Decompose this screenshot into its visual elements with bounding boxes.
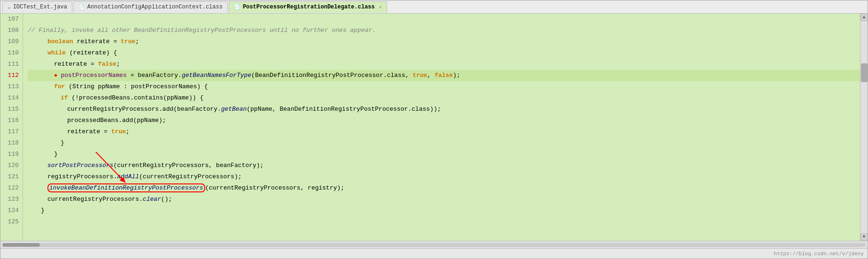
tab-tab2[interactable]: 📄AnnotationConfigApplicationContext.clas… [73,1,228,13]
line-number-114: 114 [0,92,23,104]
code-line-110: while (reiterate) { [28,47,860,59]
line-number-109: 109 [0,36,23,47]
editor-main: 1071081091101111121131141151161171181191… [0,14,868,241]
line-number-124: 124 [0,205,23,216]
token: true [121,38,135,45]
token: ; [116,61,120,68]
line-numbers: 1071081091101111121131141151161171181191… [0,14,23,241]
line-number-123: 123 [0,194,23,205]
line-number-108: 108 [0,25,23,36]
tab-label: IOCTest_Ext.java [13,4,67,10]
code-line-113: for (String ppName : postProcessorNames)… [28,81,860,92]
token: = beanFactory. [127,72,182,79]
token: clear [143,196,161,203]
code-line-109: boolean reiterate = true; [28,36,860,47]
token: reiterate = [73,38,121,45]
code-line-115: currentRegistryProcessors.add(beanFactor… [28,104,860,115]
code-line-107 [28,14,860,25]
code-area: // Finally, invoke all other BeanDefinit… [23,14,860,241]
editor-window: ☕IOCTest_Ext.java📄AnnotationConfigApplic… [0,0,868,259]
token: reiterate = [67,128,111,135]
code-line-118: } [28,137,860,149]
code-line-116: processedBeans.add(ppName); [28,115,860,126]
scroll-up-button[interactable]: ▲ [860,14,868,21]
line-number-125: 125 [0,216,23,228]
token: } [61,139,64,146]
code-line-123: currentRegistryProcessors.clear(); [28,194,860,205]
token: while [47,49,66,56]
line-number-111: 111 [0,59,23,70]
token: (currentRegistryProcessors, registry); [205,184,344,191]
token: registryProcessors. [47,173,117,180]
token: (ppName, BeanDefinitionRegistryPostProce… [247,106,441,113]
code-line-114: if (!processedBeans.contains(ppName)) { [28,92,860,104]
tab-tab3[interactable]: 📄PostProcessorRegistrationDelegate.class… [229,1,387,13]
token: , [427,72,435,79]
token: sortPostProcessors [47,162,113,169]
code-line-124: } [28,205,860,216]
line-number-112: 112 [0,70,23,81]
tab-label: AnnotationConfigApplicationContext.class [87,4,223,10]
code-line-111: reiterate = false; [28,59,860,70]
token: (String ppName : postProcessorNames) { [65,83,208,90]
watermark-text: https://blog.csdn.net/v/jdeny [774,251,864,257]
token: if [61,94,68,101]
token: // Finally, invoke all other BeanDefinit… [28,27,376,34]
token: (reiterate) { [66,49,117,56]
line-number-113: 113 [0,81,23,92]
tab-bar: ☕IOCTest_Ext.java📄AnnotationConfigApplic… [0,0,868,14]
tab-close-button[interactable]: ✕ [379,4,382,10]
token: postProcessorNames [61,72,126,79]
token: ; [135,38,139,45]
status-bar: https://blog.csdn.net/v/jdeny [0,248,868,259]
token: getBeanNamesForType [182,72,251,79]
line-number-116: 116 [0,115,23,126]
code-line-117: reiterate = true; [28,126,860,137]
code-line-108: // Finally, invoke all other BeanDefinit… [28,25,860,36]
token: ); [453,72,460,79]
line-number-107: 107 [0,14,23,25]
token: (); [161,196,172,203]
scroll-thumb[interactable] [861,63,868,82]
vertical-scrollbar[interactable]: ▲ ▼ [860,14,868,241]
horizontal-scrollbar[interactable] [0,241,868,248]
circled-method: invokeBeanDefinitionRegistryPostProcesso… [47,183,205,192]
tab-icon: ☕ [8,4,11,10]
token: (!processedBeans.contains(ppName)) { [68,94,204,101]
editor-area: 1071081091101111121131141151161171181191… [0,14,868,241]
line-number-121: 121 [0,171,23,183]
token: } [41,207,45,214]
h-scroll-track[interactable] [2,243,866,247]
token: true [111,128,126,135]
scroll-track[interactable] [860,21,868,233]
line-number-117: 117 [0,126,23,137]
code-line-119: } [28,149,860,160]
token: (currentRegistryProcessors); [139,173,241,180]
token: addAll [117,173,139,180]
tab-icon: 📄 [78,4,85,10]
token: ; [126,128,130,135]
token: (BeanDefinitionRegistryPostProcessor.cla… [251,72,412,79]
code-line-112: ● postProcessorNames = beanFactory.getBe… [28,70,860,81]
scroll-down-button[interactable]: ▼ [860,233,868,241]
token: getBean [221,106,247,113]
token: false [98,61,116,68]
token: (currentRegistryProcessors, beanFactory)… [113,162,264,169]
code-line-120: sortPostProcessors(currentRegistryProces… [28,160,860,171]
line-number-115: 115 [0,104,23,115]
line-number-120: 120 [0,160,23,171]
token: boolean [47,38,73,45]
code-line-125 [28,216,860,228]
token: false [434,72,453,79]
h-scroll-thumb[interactable] [2,243,40,247]
code-line-121: registryProcessors.addAll(currentRegistr… [28,171,860,183]
token: currentRegistryProcessors.add(beanFactor… [67,106,221,113]
line-number-118: 118 [0,137,23,149]
token: processedBeans.add(ppName); [67,117,166,124]
tab-label: PostProcessorRegistrationDelegate.class [243,4,375,10]
line-number-110: 110 [0,47,23,59]
tab-icon: 📄 [234,4,240,10]
tab-tab1[interactable]: ☕IOCTest_Ext.java [2,1,72,13]
token: reiterate = [54,61,98,68]
code-line-122: invokeBeanDefinitionRegistryPostProcesso… [28,183,860,194]
